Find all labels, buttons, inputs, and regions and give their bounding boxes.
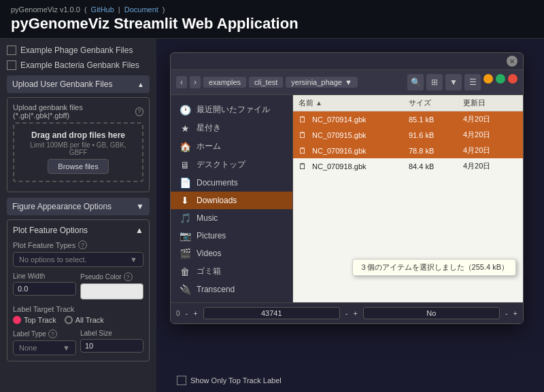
line-width-input[interactable] xyxy=(13,282,76,296)
nav-icon-5: ⬇ xyxy=(179,195,191,206)
nav-label-9: ゴミ箱 xyxy=(197,266,221,277)
nav-icon-4: 📄 xyxy=(179,177,191,188)
nav-label-8: Videos xyxy=(197,249,221,258)
file-list: 🗒 NC_070914.gbk 85.1 kB 4月20日 🗒 NC_07091… xyxy=(293,111,523,174)
nav-item-4[interactable]: 📄Documents xyxy=(171,174,292,192)
nav-icon-0: 🕐 xyxy=(179,105,191,115)
nav-icon-2: 🏠 xyxy=(179,141,191,152)
example-phage-label: Example Phage Genbank Files xyxy=(20,46,133,55)
nav-item-1[interactable]: ★星付き xyxy=(171,119,292,137)
example-phage-row[interactable]: Example Phage Genbank Files xyxy=(7,46,150,55)
dropdown-view-btn[interactable]: ▼ xyxy=(445,74,462,90)
plot-feature-select[interactable]: No options to select. ▼ xyxy=(13,252,143,267)
plot-section: Plot Feature Options ▲ Plot Feature Type… xyxy=(7,219,150,361)
nav-icon-9: 🗑 xyxy=(179,266,191,277)
forward-button[interactable]: › xyxy=(190,76,201,88)
label-type-info-icon[interactable]: ? xyxy=(48,329,57,338)
pseudo-color-info-icon[interactable]: ? xyxy=(124,272,133,281)
example-bacteria-checkbox[interactable] xyxy=(7,60,16,70)
nav-item-10[interactable]: 🔌Transcend xyxy=(171,281,292,298)
maximize-btn[interactable] xyxy=(496,74,505,84)
no-options-text: No options to select. xyxy=(19,255,87,264)
back-button[interactable]: ‹ xyxy=(176,76,187,88)
nav-label-2: ホーム xyxy=(197,141,221,152)
search-icon-btn[interactable]: 🔍 xyxy=(407,74,424,90)
label-type-select[interactable]: None ▼ xyxy=(13,340,76,355)
file-date-2: 4月20日 xyxy=(463,145,517,156)
file-row-3[interactable]: 🗒 NC_070918.gbk 84.4 kB 4月20日 xyxy=(293,158,523,174)
content-area: ✕ ‹ › examples cli_test yersinia_phage ▼… xyxy=(156,39,544,392)
label-type-size-row: Label Type ? None ▼ Label Size xyxy=(13,329,143,355)
header: pyGenomeViz v1.0.0 ( GitHub | Document )… xyxy=(0,0,544,39)
all-track-dot xyxy=(65,316,73,324)
file-icon-0: 🗒 xyxy=(299,115,307,124)
show-label-row: Show Only Top Track Label xyxy=(177,376,282,385)
top-track-dot xyxy=(13,316,21,324)
nav-icon-3: 🖥 xyxy=(179,160,191,171)
file-name-2: NC_070916.gbk xyxy=(312,147,367,155)
bottom-no-field[interactable]: No xyxy=(363,307,500,319)
file-row-2[interactable]: 🗒 NC_070916.gbk 78.8 kB 4月20日 xyxy=(293,143,523,158)
nav-item-8[interactable]: 🎬Videos xyxy=(171,245,292,262)
label-size-label: Label Size xyxy=(80,329,143,337)
file-row-1[interactable]: 🗒 NC_070915.gbk 91.6 kB 4月20日 xyxy=(293,127,523,143)
breadcrumb-examples[interactable]: examples xyxy=(203,77,246,88)
dialog-close-button[interactable]: ✕ xyxy=(507,56,517,67)
grid-view-btn[interactable]: ⊞ xyxy=(426,74,443,90)
file-name-cell-1: 🗒 NC_070915.gbk xyxy=(299,130,409,140)
show-top-label-checkbox[interactable] xyxy=(177,376,186,385)
example-phage-checkbox[interactable] xyxy=(7,46,16,55)
file-row-0[interactable]: 🗒 NC_070914.gbk 85.1 kB 4月20日 xyxy=(293,111,523,127)
doc-link[interactable]: Document xyxy=(124,5,158,14)
top-track-radio[interactable]: Top Track xyxy=(13,316,56,324)
label-size-input[interactable] xyxy=(80,339,143,353)
dialog-bottombar: 0 - + 43741 - + No - + xyxy=(171,302,523,323)
plot-feature-types-label: Plot Feature Types ? xyxy=(13,240,143,249)
example-bacteria-row[interactable]: Example Bacteria Genbank Files xyxy=(7,60,150,70)
figure-section[interactable]: Figure Appearance Options ▼ xyxy=(7,198,150,215)
upload-info-icon[interactable]: ? xyxy=(135,107,143,116)
nav-item-7[interactable]: 📷Pictures xyxy=(171,227,292,245)
browse-button[interactable]: Browse files xyxy=(48,159,108,174)
nav-item-2[interactable]: 🏠ホーム xyxy=(171,137,292,156)
nav-item-6[interactable]: 🎵Music xyxy=(171,209,292,227)
breadcrumb-yersinia[interactable]: yersinia_phage ▼ xyxy=(286,77,358,88)
file-date-0: 4月20日 xyxy=(463,114,517,124)
github-link[interactable]: GitHub xyxy=(91,5,114,14)
bottom-separator1: - xyxy=(186,309,188,317)
nav-icon-1: ★ xyxy=(179,123,191,134)
nav-item-3[interactable]: 🖥デスクトップ xyxy=(171,156,292,174)
list-view-btn[interactable]: ☰ xyxy=(464,74,481,90)
file-icon-2: 🗒 xyxy=(299,146,307,156)
breadcrumb-cli-test[interactable]: cli_test xyxy=(249,77,283,88)
pseudo-color-label: Pseudo Color ? xyxy=(80,272,143,281)
plot-feature-info-icon[interactable]: ? xyxy=(78,240,87,249)
file-table-header: 名前 ▲ サイズ 更新日 xyxy=(293,95,523,111)
nav-icon-6: 🎵 xyxy=(179,213,191,224)
minimize-btn[interactable] xyxy=(483,74,493,84)
select-chevron-icon: ▼ xyxy=(130,255,137,264)
bottom-mid-field[interactable]: 43741 xyxy=(203,307,340,319)
all-track-radio[interactable]: All Track xyxy=(65,316,104,324)
app-version: pyGenomeViz v1.0.0 xyxy=(11,5,80,14)
close-window-btn[interactable] xyxy=(508,74,517,84)
nav-item-9[interactable]: 🗑ゴミ箱 xyxy=(171,262,292,281)
file-dialog: ✕ ‹ › examples cli_test yersinia_phage ▼… xyxy=(170,52,524,324)
plot-section-header: Plot Feature Options ▲ xyxy=(13,226,143,235)
dropzone[interactable]: Drag and drop files here Limit 100MB per… xyxy=(13,122,143,182)
nav-icon-7: 📷 xyxy=(179,230,191,241)
line-color-row: Line Width Pseudo Color ? xyxy=(13,272,143,300)
dialog-toolbar: ‹ › examples cli_test yersinia_phage ▼ 🔍… xyxy=(171,70,523,95)
nav-item-5[interactable]: ⬇Downloads xyxy=(171,192,292,209)
file-icon-3: 🗒 xyxy=(299,162,307,171)
bottom-plus2: + xyxy=(353,309,357,317)
upload-section: Upload genbank files (*.gb|*.gbk|*.gbff)… xyxy=(7,97,150,192)
upload-section-header[interactable]: Upload User Genbank Files ▲ xyxy=(7,75,150,93)
bottom-start-label: 0 xyxy=(176,310,180,317)
file-icon-1: 🗒 xyxy=(299,130,307,140)
pseudo-color-picker[interactable] xyxy=(80,283,143,300)
nav-item-0[interactable]: 🕐最近開いたファイル xyxy=(171,101,292,119)
label-type-field: Label Type ? None ▼ xyxy=(13,329,76,355)
file-name-cell-2: 🗒 NC_070916.gbk xyxy=(299,146,409,156)
file-size-0: 85.1 kB xyxy=(409,115,463,124)
